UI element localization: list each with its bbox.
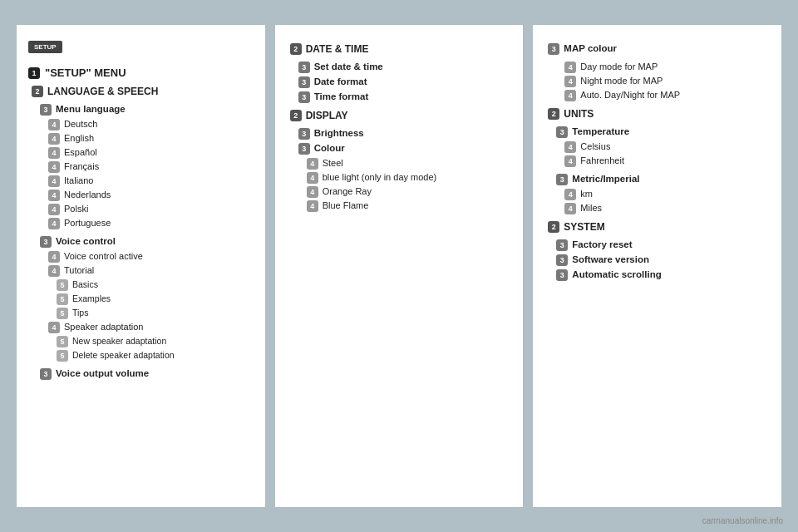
portuguese-item: 4 Portuguese	[28, 218, 254, 229]
badge-4d: 4	[48, 161, 60, 173]
watermark: carmanualsonline.info	[702, 516, 783, 525]
italiano-item: 4 Italiano	[28, 175, 254, 187]
night-mode-map-item: 4 Night mode for MAP	[544, 76, 770, 87]
setup-badge: SETUP	[28, 41, 62, 53]
software-version-item: 3 Software version	[544, 254, 770, 266]
delete-speaker-item: 5 Delete speaker adaptation	[28, 350, 254, 362]
badge-2: 2	[32, 86, 43, 97]
badge-3l: 3	[556, 239, 568, 251]
automatic-scrolling-item: 3 Automatic scrolling	[544, 269, 770, 281]
badge-3f: 3	[298, 91, 310, 103]
badge-4r: 4	[564, 90, 576, 101]
system-section: 2 SYSTEM	[544, 221, 770, 233]
menu-language-section: 3 Menu language	[28, 104, 254, 116]
badge-5a: 5	[57, 279, 68, 291]
date-time-section: 2 DATE & TIME	[287, 43, 512, 55]
badge-4f: 4	[48, 190, 60, 201]
brightness-item: 3 Brightness	[287, 128, 512, 140]
badge-3d: 3	[298, 62, 310, 73]
orange-ray-item: 4 Orange Ray	[287, 186, 512, 198]
speaker-adaptation-item: 4 Speaker adaptation	[28, 322, 254, 333]
lang-speech-label: LANGUAGE & SPEECH	[47, 86, 158, 97]
temperature-section: 3 Temperature	[544, 126, 770, 138]
fahrenheit-item: 4 Fahrenheit	[544, 155, 770, 167]
badge-5c: 5	[57, 308, 68, 319]
badge-4v: 4	[564, 203, 576, 214]
basics-item: 5 Basics	[28, 279, 254, 291]
badge-3k: 3	[556, 174, 568, 185]
badge-3m: 3	[556, 254, 568, 266]
voice-control-section: 3 Voice control	[28, 236, 254, 248]
badge-4k: 4	[48, 322, 60, 333]
metric-imperial-section: 3 Metric/Imperial	[544, 174, 770, 185]
english-item: 4 English	[28, 133, 254, 145]
badge-4u: 4	[564, 189, 576, 200]
badge-4o: 4	[307, 200, 318, 212]
badge-2e: 2	[548, 221, 559, 233]
badge-4m: 4	[307, 172, 318, 184]
km-item: 4 km	[544, 189, 770, 200]
badge-4b: 4	[48, 133, 60, 145]
tutorial-item: 4 Tutorial	[28, 265, 254, 277]
badge-2d: 2	[548, 108, 559, 120]
steel-item: 4 Steel	[287, 158, 512, 170]
badge-4l: 4	[307, 158, 318, 170]
badge-4: 4	[48, 119, 60, 131]
badge-3e: 3	[298, 76, 310, 88]
deutsch-item: 4 Deutsch	[28, 119, 254, 131]
badge-4i: 4	[48, 251, 60, 263]
badge-3c: 3	[40, 368, 52, 380]
column-2: 2 DATE & TIME 3 Set date & time 3 Date f…	[275, 25, 524, 507]
day-mode-map-item: 4 Day mode for MAP	[544, 62, 770, 73]
new-speaker-item: 5 New speaker adaptation	[28, 336, 254, 347]
badge-3: 3	[40, 104, 52, 116]
polski-item: 4 Polski	[28, 204, 254, 215]
blue-light-item: 4 blue light (only in day mode)	[287, 172, 512, 184]
celsius-item: 4 Celsius	[544, 141, 770, 153]
badge-5d: 5	[57, 336, 68, 347]
tips-item: 5 Tips	[28, 308, 254, 319]
menu-language-label: Menu language	[56, 104, 126, 114]
badge-3g: 3	[298, 128, 310, 140]
voice-control-active-item: 4 Voice control active	[28, 251, 254, 263]
miles-item: 4 Miles	[544, 203, 770, 214]
francais-item: 4 Français	[28, 161, 254, 173]
badge-4c: 4	[48, 147, 60, 159]
badge-5b: 5	[57, 293, 68, 305]
voice-output-volume-item: 3 Voice output volume	[28, 368, 254, 380]
espanol-item: 4 Español	[28, 147, 254, 159]
badge-3i: 3	[548, 43, 559, 55]
nederlands-item: 4 Nederlands	[28, 190, 254, 201]
badge-3h: 3	[298, 143, 310, 155]
auto-day-night-map-item: 4 Auto. Day/Night for MAP	[544, 90, 770, 101]
badge-4q: 4	[564, 76, 576, 87]
examples-item: 5 Examples	[28, 293, 254, 305]
units-section: 2 UNITS	[544, 108, 770, 120]
badge-4s: 4	[564, 141, 576, 153]
set-date-time-item: 3 Set date & time	[287, 62, 512, 73]
column-1: SETUP 1 "SETUP" MENU 2 LANGUAGE & SPEECH…	[17, 25, 265, 507]
badge-3j: 3	[556, 126, 568, 138]
badge-5e: 5	[57, 350, 68, 362]
display-section: 2 DISPLAY	[287, 110, 512, 121]
badge-4n: 4	[307, 186, 318, 198]
time-format-item: 3 Time format	[287, 91, 512, 103]
col1-title: 1 "SETUP" MENU	[28, 66, 254, 79]
badge-4g: 4	[48, 204, 60, 215]
date-format-item: 3 Date format	[287, 76, 512, 88]
blue-flame-item: 4 Blue Flame	[287, 200, 512, 212]
badge-2b: 2	[290, 43, 302, 55]
badge-3n: 3	[556, 269, 568, 281]
column-3: 3 MAP colour 4 Day mode for MAP 4 Night …	[533, 25, 781, 507]
colour-item: 3 Colour	[287, 143, 512, 155]
factory-reset-item: 3 Factory reset	[544, 239, 770, 251]
badge-4e: 4	[48, 175, 60, 187]
badge-4p: 4	[564, 62, 576, 73]
lang-speech-section: 2 LANGUAGE & SPEECH	[28, 86, 254, 97]
badge-1: 1	[28, 67, 40, 79]
badge-3b: 3	[40, 236, 52, 248]
badge-4h: 4	[48, 218, 60, 229]
badge-4t: 4	[564, 155, 576, 167]
map-colour-section: 3 MAP colour	[544, 43, 770, 55]
badge-4j: 4	[48, 265, 60, 277]
